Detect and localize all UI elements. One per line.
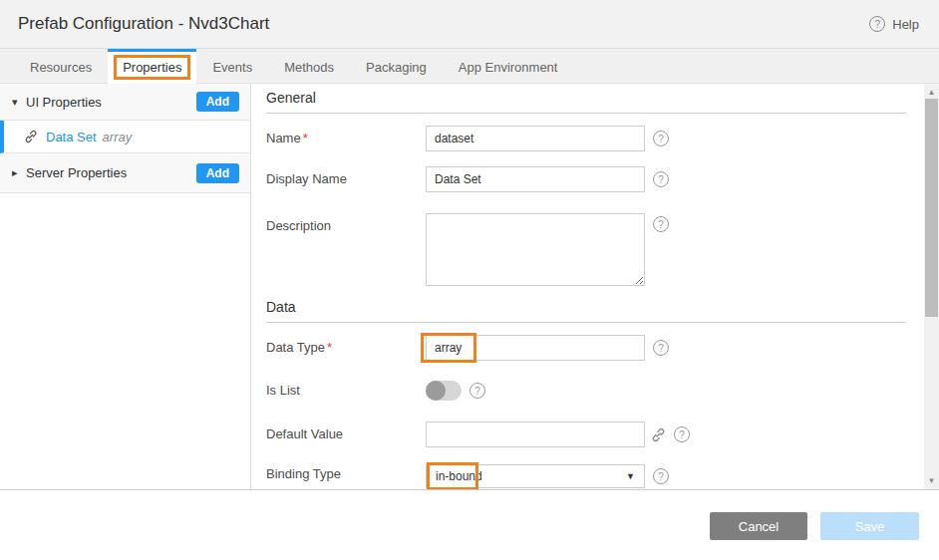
scroll-down-icon[interactable]: ▼ [924,474,939,487]
tab-bar: Resources Properties Events Methods Pack… [0,49,939,84]
binding-type-help-icon[interactable]: ? [653,468,669,484]
caret-right-icon: ▸ [12,166,26,179]
link-icon [24,130,38,143]
sidebar-item-type: array [103,130,133,144]
data-type-input[interactable] [426,335,645,361]
is-list-help-icon[interactable]: ? [470,383,485,399]
help-label: Help [892,17,919,32]
help-button[interactable]: ? Help [869,16,919,32]
name-help-icon[interactable]: ? [653,131,669,146]
main-area: ▾ UI Properties Add Data Set array ▸ Ser… [0,84,939,489]
is-list-row: Is List ? [266,381,906,401]
tab-methods[interactable]: Methods [268,49,350,83]
caret-down-icon: ▾ [12,96,26,109]
data-type-label: Data Type* [266,335,426,355]
tab-packaging[interactable]: Packaging [350,49,443,83]
server-properties-group-header[interactable]: ▸ Server Properties Add [0,153,250,193]
sidebar-item-label: Data Set [46,130,97,144]
binding-type-row: Binding Type in-bound ▼ ? [266,464,906,488]
name-input[interactable] [426,126,645,151]
chevron-down-icon: ▼ [626,471,635,481]
ui-properties-group-header[interactable]: ▾ UI Properties Add [0,84,250,121]
scroll-up-icon[interactable]: ▲ [924,86,939,99]
is-list-toggle[interactable] [426,381,462,401]
properties-sidebar: ▾ UI Properties Add Data Set array ▸ Ser… [0,84,251,489]
default-value-help-icon[interactable]: ? [674,426,690,442]
cancel-button[interactable]: Cancel [710,512,807,540]
add-ui-property-button[interactable]: Add [196,92,239,112]
description-textarea[interactable] [426,213,645,286]
binding-type-select[interactable]: in-bound ▼ [426,464,645,488]
window-title: Prefab Configuration - Nvd3Chart [18,14,269,34]
required-mark: * [327,340,332,355]
display-name-input[interactable] [426,166,645,192]
bind-link-icon[interactable] [651,427,666,442]
name-row: Name* ? [266,126,906,151]
tab-properties-annotation-box: Properties [114,55,190,80]
sidebar-item-dataset[interactable]: Data Set array [0,121,250,153]
data-type-row: Data Type* ? [266,335,906,361]
data-type-help-icon[interactable]: ? [653,340,669,356]
data-section-title: Data [266,299,906,323]
toggle-knob [426,381,446,401]
default-value-input[interactable] [426,421,645,447]
save-button[interactable]: Save [820,512,919,540]
tab-properties[interactable]: Properties [108,49,196,83]
properties-form: General Name* ? Display Name ? Descripti… [251,84,924,489]
binding-type-value: in-bound [436,469,482,483]
default-value-row: Default Value ? [266,421,906,447]
general-section-title: General [266,90,906,114]
description-label: Description [266,213,426,233]
is-list-label: Is List [266,381,426,398]
binding-type-label: Binding Type [266,464,426,481]
tab-events[interactable]: Events [196,49,268,83]
vertical-scrollbar[interactable]: ▲ ▼ [924,84,939,489]
display-name-label: Display Name [266,166,426,186]
dialog-footer: Cancel Save [0,489,939,559]
name-label: Name* [266,126,426,145]
required-mark: * [303,131,308,145]
add-server-property-button[interactable]: Add [196,163,239,183]
display-name-row: Display Name ? [266,166,906,192]
description-row: Description ? [266,213,906,286]
display-name-help-icon[interactable]: ? [653,171,669,187]
scrollbar-thumb[interactable] [925,99,938,317]
default-value-label: Default Value [266,421,426,441]
help-icon: ? [869,16,885,32]
tab-app-environment[interactable]: App Environment [443,49,574,83]
tab-resources[interactable]: Resources [14,49,108,83]
title-bar: Prefab Configuration - Nvd3Chart ? Help [0,0,939,49]
description-help-icon[interactable]: ? [653,216,669,232]
